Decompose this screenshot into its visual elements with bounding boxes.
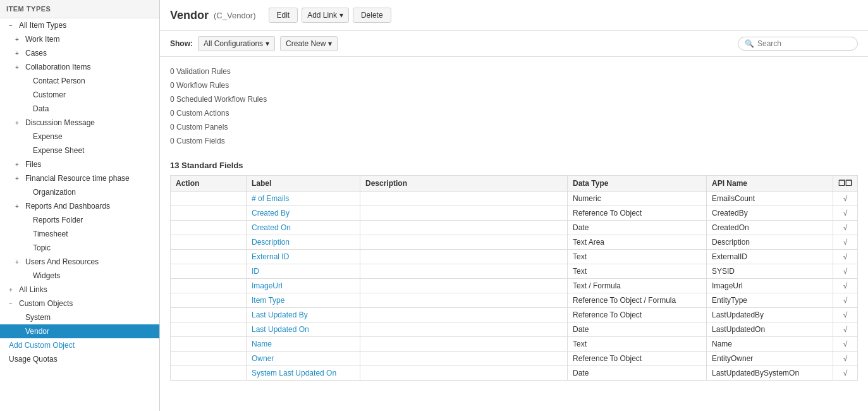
description-cell <box>360 352 568 366</box>
sidebar-item-users-resources[interactable]: +Users And Resources <box>0 255 159 269</box>
label-cell[interactable]: Name <box>247 337 360 352</box>
sidebar-item-customer[interactable]: Customer <box>0 88 159 102</box>
column-header-3: Data Type <box>568 176 707 192</box>
api-name-cell: Description <box>707 235 833 250</box>
sidebar-item-expense[interactable]: Expense <box>0 130 159 144</box>
sidebar-item-label: Customer <box>33 90 66 99</box>
sidebar-item-system[interactable]: System <box>0 310 159 324</box>
action-cell <box>171 250 247 264</box>
sidebar-item-label: Expense <box>33 132 63 141</box>
table-row: Last Updated OnDateLastUpdatedOn√ <box>171 322 858 337</box>
toggle-icon: + <box>15 36 23 43</box>
all-configurations-dropdown[interactable]: All Configurations ▾ <box>198 36 275 51</box>
toggle-icon: − <box>9 300 16 307</box>
label-cell[interactable]: Description <box>247 235 360 250</box>
label-cell[interactable]: Last Updated On <box>247 322 360 337</box>
action-cell <box>171 308 247 322</box>
sidebar-item-data[interactable]: Data <box>0 102 159 116</box>
sidebar-item-organization[interactable]: Organization <box>0 185 159 199</box>
stat-row: 0 Custom Panels <box>170 120 858 134</box>
stat-row: 0 Custom Actions <box>170 106 858 120</box>
create-new-dropdown[interactable]: Create New ▾ <box>280 36 338 51</box>
label-cell[interactable]: Created On <box>247 221 360 235</box>
delete-button[interactable]: Delete <box>353 8 391 23</box>
sidebar-item-reports-folder[interactable]: Reports Folder <box>0 213 159 227</box>
search-box[interactable]: 🔍 <box>738 37 858 51</box>
api-name-cell: Name <box>707 337 833 352</box>
api-name-cell: CreatedOn <box>707 221 833 235</box>
label-cell[interactable]: ImageUrl <box>247 279 360 293</box>
sidebar-item-collaboration-items[interactable]: +Collaboration Items <box>0 60 159 74</box>
check-cell: √ <box>833 206 858 221</box>
sidebar-item-reports-dashboards[interactable]: +Reports And Dashboards <box>0 199 159 213</box>
check-cell: √ <box>833 293 858 308</box>
page-subtitle: (C_Vendor) <box>214 11 255 20</box>
data-type-cell: Reference To Object <box>568 206 707 221</box>
sidebar-item-work-item[interactable]: +Work Item <box>0 32 159 46</box>
sidebar-item-discussion-message[interactable]: +Discussion Message <box>0 116 159 130</box>
label-cell[interactable]: ID <box>247 264 360 279</box>
edit-button[interactable]: Edit <box>269 8 298 23</box>
sidebar-item-widgets[interactable]: Widgets <box>0 269 159 283</box>
column-header-4: API Name <box>707 176 833 192</box>
check-cell: √ <box>833 221 858 235</box>
action-cell <box>171 322 247 337</box>
sidebar: ITEM TYPES −All Item Types+Work Item+Cas… <box>0 0 160 411</box>
sidebar-item-label: Files <box>25 160 41 169</box>
label-cell[interactable]: # of Emails <box>247 192 360 206</box>
data-type-cell: Numeric <box>568 192 707 206</box>
check-cell: √ <box>833 352 858 366</box>
description-cell <box>360 308 568 322</box>
usage-quotas-link[interactable]: Usage Quotas <box>0 352 159 366</box>
table-row: Last Updated ByReference To ObjectLastUp… <box>171 308 858 322</box>
sidebar-item-contact-person[interactable]: Contact Person <box>0 74 159 88</box>
label-cell[interactable]: Created By <box>247 206 360 221</box>
sidebar-item-label: Financial Resource time phase <box>25 174 130 183</box>
sidebar-item-financial-resource[interactable]: +Financial Resource time phase <box>0 171 159 185</box>
api-name-cell: EntityOwner <box>707 352 833 366</box>
sidebar-item-files[interactable]: +Files <box>0 157 159 171</box>
data-type-cell: Date <box>568 221 707 235</box>
check-cell: √ <box>833 264 858 279</box>
action-cell <box>171 192 247 206</box>
check-cell: √ <box>833 366 858 381</box>
sidebar-item-topic[interactable]: Topic <box>0 241 159 255</box>
api-name-cell: SYSID <box>707 264 833 279</box>
check-cell: √ <box>833 192 858 206</box>
sidebar-item-timesheet[interactable]: Timesheet <box>0 227 159 241</box>
api-name-cell: EntityType <box>707 293 833 308</box>
description-cell <box>360 293 568 308</box>
sidebar-item-all-links[interactable]: +All Links <box>0 283 159 297</box>
sidebar-item-label: Topic <box>33 243 51 252</box>
table-title: 13 Standard Fields <box>170 156 858 175</box>
sidebar-item-custom-objects[interactable]: −Custom Objects <box>0 297 159 310</box>
description-cell <box>360 366 568 381</box>
toggle-icon: + <box>15 50 23 57</box>
add-link-dropdown-icon: ▾ <box>339 11 343 20</box>
sidebar-item-label: Custom Objects <box>19 299 73 308</box>
label-cell[interactable]: Last Updated By <box>247 308 360 322</box>
data-type-cell: Text Area <box>568 235 707 250</box>
description-cell <box>360 206 568 221</box>
label-cell[interactable]: System Last Updated On <box>247 366 360 381</box>
sidebar-item-vendor[interactable]: Vendor <box>0 324 159 338</box>
add-link-button[interactable]: Add Link ▾ <box>302 8 349 23</box>
label-cell[interactable]: External ID <box>247 250 360 264</box>
data-type-cell: Text / Formula <box>568 279 707 293</box>
create-new-dropdown-icon: ▾ <box>328 39 332 48</box>
label-cell[interactable]: Item Type <box>247 293 360 308</box>
stat-row: 0 Workflow Rules <box>170 78 858 92</box>
add-custom-object-link[interactable]: Add Custom Object <box>0 338 159 352</box>
toggle-icon: + <box>15 161 23 168</box>
api-name-cell: ImageUrl <box>707 279 833 293</box>
label-cell[interactable]: Owner <box>247 352 360 366</box>
api-name-cell: EmailsCount <box>707 192 833 206</box>
sidebar-item-cases[interactable]: +Cases <box>0 46 159 60</box>
sidebar-item-label: Organization <box>33 188 76 197</box>
sidebar-item-all-item-types[interactable]: −All Item Types <box>0 18 159 32</box>
table-row: Created ByReference To ObjectCreatedBy√ <box>171 206 858 221</box>
column-header-2: Description <box>360 176 568 192</box>
sidebar-item-expense-sheet[interactable]: Expense Sheet <box>0 144 159 157</box>
check-cell: √ <box>833 308 858 322</box>
search-input[interactable] <box>757 39 851 48</box>
